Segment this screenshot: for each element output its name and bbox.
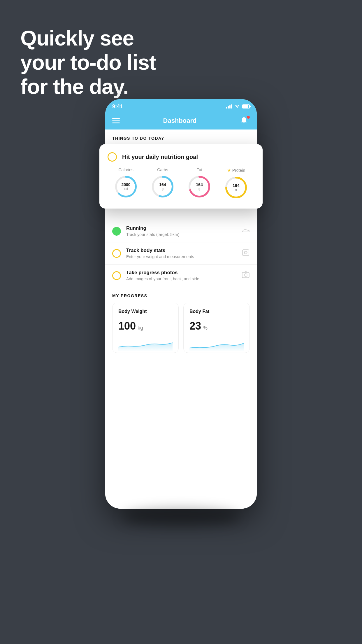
- floating-nutrition-card: Hit your daily nutrition goal Calories 2…: [99, 144, 263, 209]
- body-weight-value: 100: [118, 320, 136, 332]
- headline: Quickly see your to-do list for the day.: [20, 26, 156, 99]
- progress-cards: Body Weight 100 kg: [112, 303, 250, 353]
- carbs-progress: 164 g: [151, 175, 174, 198]
- shoe-icon: [242, 227, 250, 235]
- body-fat-chart: [189, 337, 244, 351]
- progress-section: MY PROGRESS Body Weight 100 kg: [105, 286, 257, 353]
- card-title: Hit your daily nutrition goal: [122, 154, 198, 160]
- nutrition-calories: Calories 2000 cal: [114, 167, 138, 198]
- photo-icon: [242, 271, 250, 280]
- svg-rect-2: [242, 272, 249, 278]
- body-fat-unit: %: [203, 325, 208, 331]
- body-weight-unit: kg: [138, 325, 143, 331]
- todo-circle-body-stats: [112, 249, 121, 258]
- body-weight-title: Body Weight: [118, 309, 173, 314]
- notification-bell-button[interactable]: [240, 116, 250, 126]
- phone-shadow: [123, 509, 239, 526]
- body-weight-value-row: 100 kg: [118, 320, 173, 332]
- headline-line3: for the day.: [20, 75, 156, 99]
- scale-icon: [242, 249, 250, 258]
- body-fat-value-row: 23 %: [189, 320, 244, 332]
- todo-item-running[interactable]: Running Track your stats (target: 5km): [105, 220, 257, 242]
- status-icons: [226, 104, 250, 109]
- todo-item-progress-photos[interactable]: Take progress photos Add images of your …: [105, 264, 257, 286]
- nutrition-protein: ★ Protein 164 g: [224, 167, 248, 199]
- headline-line2: your to-do list: [20, 50, 156, 75]
- fat-unit: g: [196, 187, 203, 191]
- fat-value: 164: [196, 183, 203, 187]
- protein-label-row: ★ Protein: [227, 167, 245, 173]
- body-fat-card[interactable]: Body Fat 23 %: [183, 303, 250, 353]
- nutrition-carbs: Carbs 164 g: [151, 167, 174, 198]
- nav-bar: Dashboard: [105, 112, 257, 130]
- todo-title-running: Running: [126, 225, 236, 231]
- todo-title-body-stats: Track body stats: [126, 248, 236, 253]
- nutrition-row: Calories 2000 cal Carbs: [108, 167, 254, 199]
- calories-progress: 2000 cal: [114, 175, 138, 198]
- todo-text-running: Running Track your stats (target: 5km): [126, 225, 236, 237]
- calories-value: 2000: [121, 183, 130, 187]
- battery-icon: [242, 104, 250, 108]
- signal-bars-icon: [226, 104, 232, 108]
- nav-title: Dashboard: [163, 117, 197, 125]
- nutrition-fat: Fat 164 g: [188, 167, 211, 198]
- headline-line1: Quickly see: [20, 26, 156, 50]
- progress-section-title: MY PROGRESS: [112, 293, 250, 298]
- carbs-value: 164: [159, 183, 166, 187]
- calories-label: Calories: [118, 167, 133, 172]
- protein-label: Protein: [232, 168, 245, 173]
- calories-unit: cal: [121, 187, 130, 191]
- fat-label: Fat: [196, 167, 202, 172]
- body-fat-title: Body Fat: [189, 309, 244, 314]
- svg-point-3: [244, 274, 247, 276]
- carbs-label: Carbs: [157, 167, 168, 172]
- svg-rect-0: [242, 250, 249, 256]
- body-weight-chart: [118, 337, 173, 351]
- protein-value: 164: [233, 183, 239, 188]
- notification-dot: [247, 116, 250, 119]
- nutrition-radio-button[interactable]: [108, 152, 117, 162]
- body-fat-value: 23: [189, 320, 201, 332]
- card-title-row: Hit your daily nutrition goal: [108, 152, 254, 162]
- todo-text-progress-photos: Take progress photos Add images of your …: [126, 270, 236, 281]
- menu-button[interactable]: [112, 118, 120, 123]
- todo-subtitle-body-stats: Enter your weight and measurements: [126, 254, 236, 259]
- fat-progress: 164 g: [188, 175, 211, 198]
- todo-circle-progress-photos: [112, 271, 121, 280]
- carbs-unit: g: [159, 187, 166, 191]
- status-bar: 9:41: [105, 99, 257, 112]
- todo-subtitle-running: Track your stats (target: 5km): [126, 232, 236, 237]
- wifi-icon: [235, 104, 240, 109]
- todo-title-progress-photos: Take progress photos: [126, 270, 236, 276]
- protein-unit: g: [233, 188, 239, 192]
- todo-subtitle-progress-photos: Add images of your front, back, and side: [126, 276, 236, 281]
- star-icon: ★: [227, 167, 231, 173]
- section-header-today: THINGS TO DO TODAY: [105, 130, 257, 144]
- todo-text-body-stats: Track body stats Enter your weight and m…: [126, 248, 236, 259]
- todo-item-body-stats[interactable]: Track body stats Enter your weight and m…: [105, 242, 257, 264]
- body-weight-card[interactable]: Body Weight 100 kg: [112, 303, 179, 353]
- protein-progress: 164 g: [224, 176, 248, 199]
- todo-circle-running: [112, 227, 121, 236]
- status-time: 9:41: [112, 104, 123, 110]
